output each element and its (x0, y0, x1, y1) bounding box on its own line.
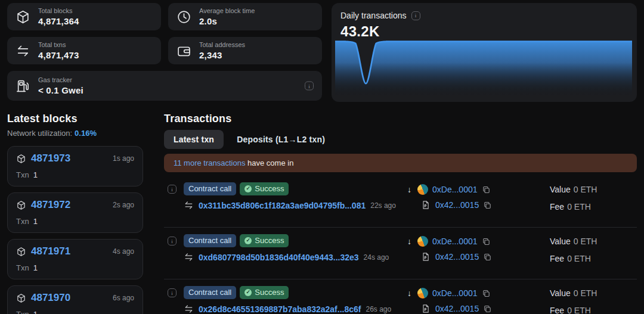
copy-icon[interactable] (483, 304, 492, 313)
info-icon[interactable]: i (168, 288, 177, 297)
from-address-link[interactable]: 0xDe...0001 (432, 288, 478, 298)
stat-label: Total blocks (38, 7, 79, 14)
tx-status-badge: ✓Success (240, 182, 289, 195)
transaction-row: i Contract call ✓Success 0x311bc35d806c1… (164, 176, 637, 228)
block-card: 4871972 2s ago Txn1 (7, 192, 143, 233)
transfer-icon (184, 252, 194, 262)
to-address-link[interactable]: 0x42...0015 (435, 304, 479, 313)
chart-title: Daily transactions (340, 11, 407, 20)
block-number-link[interactable]: 4871973 (31, 153, 70, 164)
stat-card-total-blocks[interactable]: Total blocks 4,871,364 (7, 3, 161, 30)
value-amount: 0 ETH (574, 185, 597, 194)
from-address-link[interactable]: 0xDe...0001 (432, 237, 478, 246)
value-label: Value (550, 288, 571, 298)
check-icon: ✓ (244, 185, 252, 192)
to-address-link[interactable]: 0x42...0015 (435, 200, 479, 210)
tx-type-badge: Contract call (184, 234, 236, 247)
stat-card-total-txns[interactable]: Total txns 4,871,473 (7, 37, 161, 64)
copy-icon[interactable] (482, 289, 491, 298)
txn-count: 1 (33, 263, 38, 272)
tx-status-badge: ✓Success (240, 234, 289, 247)
tx-time: 26s ago (366, 305, 391, 313)
transfer-icon (16, 43, 30, 58)
cube-icon (16, 247, 26, 257)
stat-value: 4,871,364 (38, 16, 79, 26)
latest-blocks-title: Latest blocks (7, 113, 143, 125)
stat-value: 4,871,473 (38, 50, 79, 60)
tx-addresses: ↓ 0xDe...0001 0x42...0015 (405, 182, 549, 210)
address-avatar (417, 236, 428, 247)
block-card: 4871971 4s ago Txn1 (7, 239, 143, 279)
tab-latest-txn[interactable]: Latest txn (164, 130, 224, 149)
tx-type-badge: Contract call (184, 286, 236, 299)
stat-text: Average block time 2.0s (199, 7, 255, 26)
block-time: 4s ago (113, 247, 134, 256)
info-icon[interactable]: i (168, 237, 177, 245)
value-amount: 0 ETH (574, 288, 597, 298)
tx-main: Contract call ✓Success 0x26d8c4655136988… (184, 286, 405, 314)
block-number-link[interactable]: 4871970 (31, 292, 70, 304)
copy-icon[interactable] (483, 253, 492, 262)
txn-count: 1 (33, 170, 38, 179)
value-label: Value (550, 185, 571, 194)
stat-card-average-block-time[interactable]: Average block time 2.0s (168, 3, 322, 30)
info-icon[interactable]: i (305, 82, 314, 91)
alert-suffix: have come in (245, 158, 293, 167)
fee-label: Fee (550, 202, 564, 212)
txn-count: 1 (33, 310, 38, 314)
stat-text: Total txns 4,871,473 (38, 41, 79, 60)
block-time: 2s ago (113, 201, 134, 209)
tx-type-badge: Contract call (184, 182, 236, 195)
fee-amount: 0 ETH (567, 254, 591, 263)
tx-addresses: ↓ 0xDe...0001 0x42...0015 (405, 234, 549, 262)
value-label: Value (550, 237, 571, 246)
stat-card-gas-tracker[interactable]: Gas tracker < 0.1 Gwei i (7, 71, 322, 101)
tx-status-text: Success (255, 288, 284, 297)
network-utilization-value: 0.16% (75, 129, 97, 138)
tx-value-fee: Value0 ETH Fee0 ETH (549, 182, 637, 219)
block-number-link[interactable]: 4871972 (31, 199, 70, 211)
to-address-link[interactable]: 0x42...0015 (435, 252, 479, 262)
info-icon[interactable]: i (168, 185, 177, 194)
block-txn-count: Txn1 (16, 263, 134, 272)
gas-pump-icon (16, 79, 30, 94)
tx-hash-link[interactable]: 0x311bc35d806c1f182a3ae9d04795fb...081 (199, 201, 366, 210)
chart-area-fill (335, 42, 632, 98)
copy-icon[interactable] (483, 201, 492, 210)
tx-status-text: Success (255, 184, 284, 193)
block-txn-count: Txn1 (16, 310, 134, 314)
stat-card-total-addresses[interactable]: Total addresses 2,343 (168, 37, 322, 64)
arrow-down-icon: ↓ (405, 185, 413, 194)
check-icon: ✓ (244, 237, 252, 244)
stat-label: Average block time (199, 7, 255, 14)
copy-icon[interactable] (482, 185, 491, 194)
block-txn-count: Txn1 (16, 217, 134, 226)
transactions-section: Transactions Latest txn Deposits (L1→L2 … (164, 113, 637, 314)
block-card: 4871973 1s ago Txn1 (7, 146, 143, 186)
stats-grid: Total blocks 4,871,364 Average block tim… (7, 3, 322, 102)
block-txn-count: Txn1 (16, 170, 134, 179)
address-avatar (417, 184, 428, 195)
info-icon[interactable]: i (411, 11, 420, 20)
tx-status-text: Success (255, 236, 284, 245)
from-address-link[interactable]: 0xDe...0001 (432, 185, 478, 194)
fee-amount: 0 ETH (567, 306, 591, 314)
block-card: 4871970 6s ago Txn1 (7, 285, 143, 314)
stats-section: Total blocks 4,871,364 Average block tim… (0, 0, 644, 102)
stat-text: Gas tracker < 0.1 Gwei (38, 76, 83, 95)
stat-label: Total txns (38, 41, 79, 48)
tx-hash-link[interactable]: 0xd6807798d50b1836d40f40e9443...32e3 (199, 253, 359, 262)
check-icon: ✓ (244, 289, 252, 296)
copy-icon[interactable] (482, 237, 491, 246)
tx-hash-link[interactable]: 0x26d8c46551369887b7aba832a2af...8c6f (199, 304, 361, 314)
new-transactions-link[interactable]: 11 more transactions (174, 158, 245, 167)
tab-deposits-l1-l2[interactable]: Deposits (L1→L2 txn) (227, 130, 335, 149)
block-number-link[interactable]: 4871971 (31, 245, 70, 257)
contract-icon (420, 200, 431, 210)
tx-main: Contract call ✓Success 0x311bc35d806c1f1… (184, 182, 405, 210)
chart-header: Daily transactions i (340, 11, 632, 20)
tx-time: 24s ago (364, 253, 389, 262)
daily-transactions-card[interactable]: Daily transactions i 43.2K (332, 3, 637, 102)
txn-count: 1 (33, 217, 38, 226)
tx-main: Contract call ✓Success 0xd6807798d50b183… (184, 234, 405, 262)
